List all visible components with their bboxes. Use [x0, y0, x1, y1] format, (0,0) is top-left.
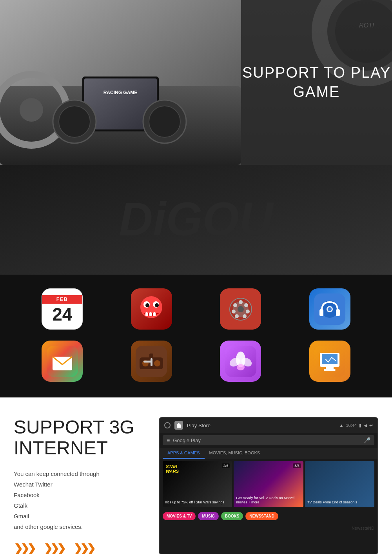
- bottom-category-tabs: MOVIES & TV MUSIC BOOKS NEWSSTAND: [160, 510, 377, 523]
- play-store-mockup: Play Store ▲ 16:44 ▮ ◀ ↩ ≡ Google Play 🎤…: [159, 417, 378, 554]
- app-orange-container[interactable]: [291, 341, 369, 382]
- svg-text:DiGOU: DiGOU: [119, 193, 274, 245]
- arrows-row: ❯ ❯ ❯ ❯ ❯ ❯ ❯ ❯ ❯: [14, 542, 143, 554]
- svg-rect-60: [326, 367, 334, 369]
- wifi-icon: ▲: [339, 423, 344, 428]
- svg-point-32: [243, 314, 247, 318]
- svg-rect-23: [145, 312, 148, 316]
- status-bar: ▲ 16:44 ▮ ◀ ↩: [339, 423, 373, 428]
- svg-point-31: [246, 310, 250, 313]
- svg-marker-62: [176, 423, 181, 428]
- signal-icon: ◀: [364, 423, 367, 428]
- play-game-title-text: SUPPORT TO PLAY GAME: [241, 63, 392, 102]
- app-calendar-container[interactable]: FEB 24: [24, 288, 101, 330]
- search-placeholder: Google Play: [173, 437, 361, 443]
- svg-point-22: [155, 303, 159, 307]
- svg-rect-39: [319, 309, 323, 316]
- tab-movies-music[interactable]: MOVIES, MUSIC, BOOKS: [205, 448, 265, 459]
- svg-rect-40: [336, 309, 340, 316]
- svg-text:RACING GAME: RACING GAME: [103, 90, 138, 95]
- svg-point-30: [244, 303, 248, 307]
- svg-point-11: [149, 106, 180, 137]
- arrow-2: ❯ ❯ ❯: [44, 542, 64, 554]
- svg-point-9: [59, 106, 90, 137]
- svg-point-21: [145, 303, 149, 307]
- svg-point-29: [239, 300, 243, 304]
- menu-icon: ≡: [167, 437, 170, 443]
- section-3g-internet: SUPPORT 3G INTERNET You can keep connect…: [0, 397, 392, 554]
- apps-grid: FEB 24: [24, 288, 368, 382]
- app-headphone-container[interactable]: [291, 288, 369, 330]
- watermark: NewsstaND: [160, 523, 377, 533]
- play-store-title-bar: Play Store: [187, 423, 336, 428]
- svg-point-48: [154, 360, 160, 366]
- tab-books[interactable]: BOOKS: [221, 512, 243, 520]
- banner-2-text: Get Ready for Vol. 2 Deals on Marvel mov…: [236, 496, 301, 505]
- section-play-game: RACING GAME ROTI SUPPORT TO PLAY GAME: [0, 0, 392, 165]
- tab-apps-games[interactable]: APPS & GAMES: [163, 448, 205, 459]
- svg-text:ROTI: ROTI: [359, 22, 374, 29]
- banner-star-wars[interactable]: 2/6 STARWARS nics up to 75% off l Star W…: [163, 461, 232, 507]
- app-icon-shooter-game[interactable]: [131, 341, 172, 382]
- banner-tv[interactable]: TV Deals From End of season s: [305, 461, 374, 507]
- home-icon: [174, 421, 183, 430]
- svg-rect-25: [153, 312, 156, 316]
- battery-icon: ▮: [359, 423, 361, 428]
- banner-2-badge: 3/6: [293, 463, 301, 468]
- calendar-day: 24: [52, 305, 72, 323]
- section-apps: FEB 24: [0, 275, 392, 397]
- banner-1-text: nics up to 75% off l Star Wars savings: [165, 500, 224, 505]
- app-icon-rotary-phone[interactable]: [220, 288, 261, 330]
- app-icon-headphone[interactable]: [309, 288, 350, 330]
- app-mail-container[interactable]: [24, 341, 101, 382]
- arrow-1: ❯ ❯ ❯: [14, 542, 34, 554]
- play-game-image: RACING GAME: [0, 0, 241, 165]
- app-icon-lotus[interactable]: [220, 341, 261, 382]
- play-store-header: Play Store ▲ 16:44 ▮ ◀ ↩: [160, 418, 377, 433]
- svg-point-3: [20, 98, 43, 122]
- tab-movies-tv[interactable]: MOVIES & TV: [163, 512, 196, 520]
- svg-rect-61: [324, 369, 336, 371]
- banner-3-text: TV Deals From End of season s: [307, 500, 358, 505]
- tab-music[interactable]: MUSIC: [198, 512, 218, 520]
- mic-icon: 🎤: [364, 437, 370, 443]
- app-icon-calendar[interactable]: FEB 24: [42, 288, 83, 330]
- svg-rect-59: [322, 354, 338, 364]
- play-game-right-panel: ROTI SUPPORT TO PLAY GAME: [241, 0, 392, 165]
- app-phone-container[interactable]: [202, 288, 279, 330]
- svg-point-36: [238, 306, 244, 312]
- svg-point-33: [235, 314, 239, 318]
- app-icon-monster[interactable]: [131, 288, 172, 330]
- svg-point-56: [237, 364, 245, 370]
- app-monster-container[interactable]: [113, 288, 191, 330]
- tab-newsstand[interactable]: NEWSSTAND: [245, 512, 278, 520]
- app-game2-container[interactable]: [113, 341, 191, 382]
- section-resolution: DiGOU 1024*600 High Resolution, Multi-to…: [0, 165, 392, 275]
- svg-point-34: [232, 310, 236, 313]
- back-icon: ↩: [369, 423, 373, 428]
- power-button-icon: [164, 422, 171, 428]
- banner-1-badge: 2/6: [222, 463, 230, 468]
- calendar-month: FEB: [42, 295, 82, 304]
- star-wars-logo: STARWARS: [166, 464, 179, 474]
- svg-rect-51: [151, 358, 152, 366]
- svg-rect-24: [149, 312, 152, 316]
- search-bar[interactable]: ≡ Google Play 🎤: [163, 435, 374, 445]
- svg-point-35: [233, 303, 237, 307]
- internet-left-panel: SUPPORT 3G INTERNET You can keep connect…: [14, 417, 147, 554]
- svg-point-42: [328, 307, 332, 311]
- time-display: 16:44: [346, 423, 357, 428]
- play-store-banners: 2/6 STARWARS nics up to 75% off l Star W…: [160, 459, 377, 510]
- car-interior-bg: RACING GAME: [0, 0, 241, 165]
- arrow-3: ❯ ❯ ❯: [73, 542, 93, 554]
- svg-rect-50: [143, 361, 151, 363]
- banner-marvel[interactable]: 3/6 Get Ready for Vol. 2 Deals on Marvel…: [234, 461, 303, 507]
- app-icon-orange-app[interactable]: [309, 341, 350, 382]
- internet-description: You can keep connected through Wechat Tw…: [14, 468, 143, 532]
- play-store-tabs: APPS & GAMES MOVIES, MUSIC, BOOKS: [160, 448, 377, 459]
- internet-title: SUPPORT 3G INTERNET: [14, 417, 143, 459]
- app-lotus-container[interactable]: [202, 341, 279, 382]
- app-icon-mail[interactable]: [42, 341, 83, 382]
